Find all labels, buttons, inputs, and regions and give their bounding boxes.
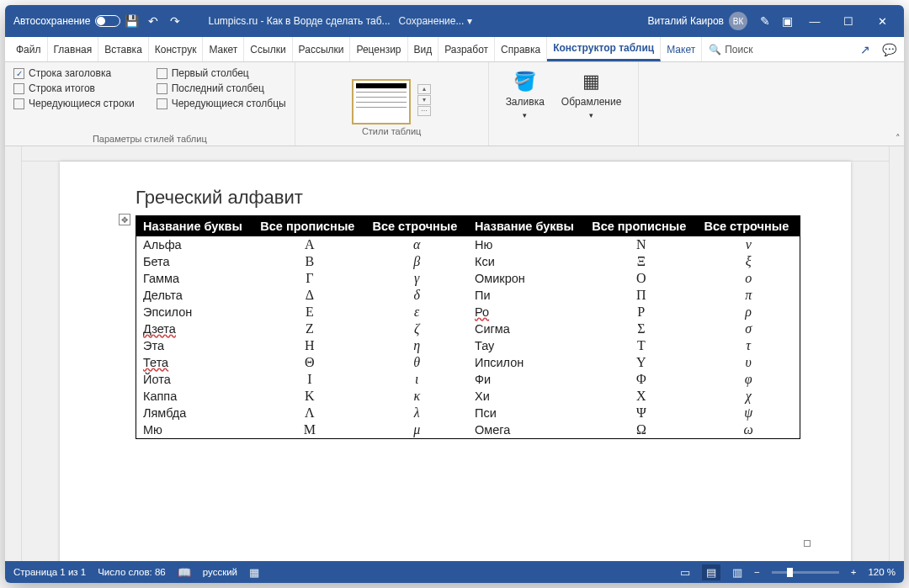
cell-upper[interactable]: Τ [585, 337, 697, 354]
undo-icon[interactable]: ↶ [145, 13, 162, 29]
tab-help[interactable]: Справка [495, 37, 547, 61]
page[interactable]: ✥ Греческий алфавит Название буквы Все п… [60, 162, 851, 561]
cell-name[interactable]: Дельта [136, 287, 254, 304]
check-banded-cols[interactable]: Чередующиеся столбцы [157, 98, 286, 109]
cell-upper[interactable]: Μ [253, 421, 365, 439]
cell-lower[interactable]: ρ [697, 304, 800, 320]
cell-lower[interactable]: ξ [697, 253, 800, 270]
cell-lower[interactable]: σ [697, 320, 800, 337]
cell-lower[interactable]: ω [697, 421, 800, 439]
cell-upper[interactable]: Ο [585, 270, 697, 287]
tab-mailings[interactable]: Рассылки [293, 37, 351, 61]
table-row[interactable]: ДельтаΔδПиΠπ [136, 287, 800, 304]
table-row[interactable]: ЙотаΙιФиΦφ [136, 371, 800, 388]
table-row[interactable]: ЭпсилонΕεРоΡρ [136, 304, 800, 320]
table-row[interactable]: АльфаΑαНюΝν [136, 236, 800, 253]
cell-lower[interactable]: τ [697, 337, 800, 354]
share-button[interactable]: ↗ [853, 37, 877, 61]
ribbon-mode-icon[interactable]: ▣ [779, 13, 795, 29]
cell-upper[interactable]: Ι [253, 371, 365, 388]
table-row[interactable]: БетаΒβКсиΞξ [136, 253, 800, 270]
cell-name[interactable]: Кси [468, 253, 585, 270]
zoom-in-button[interactable]: + [851, 567, 857, 577]
cell-lower[interactable]: η [365, 337, 467, 354]
tab-home[interactable]: Главная [48, 37, 99, 61]
focus-view-icon[interactable]: ▭ [680, 566, 690, 579]
cell-upper[interactable]: Π [585, 287, 697, 304]
tab-design[interactable]: Конструк [149, 37, 204, 61]
cell-upper[interactable]: Σ [585, 320, 697, 337]
save-icon[interactable]: 💾 [123, 13, 140, 29]
cell-name[interactable]: Гамма [136, 270, 254, 287]
cell-lower[interactable]: ψ [697, 405, 800, 421]
cell-lower[interactable]: φ [697, 371, 800, 388]
cell-upper[interactable]: Ρ [585, 304, 697, 320]
ruler-vertical[interactable] [5, 146, 22, 561]
cell-upper[interactable]: Ζ [253, 320, 365, 337]
tab-view[interactable]: Вид [408, 37, 439, 61]
tab-table-design[interactable]: Конструктор таблиц [547, 37, 661, 61]
cell-lower[interactable]: δ [365, 287, 467, 304]
cell-upper[interactable]: Δ [253, 287, 365, 304]
shading-button[interactable]: 🪣 Заливка▾ [497, 67, 553, 123]
minimize-button[interactable]: — [798, 5, 832, 37]
cell-upper[interactable]: Ε [253, 304, 365, 320]
ruler-horizontal[interactable] [22, 146, 889, 162]
th-name-2[interactable]: Название буквы [468, 216, 585, 237]
th-lower-1[interactable]: Все строчные [365, 216, 467, 237]
cell-upper[interactable]: Β [253, 253, 365, 270]
cell-upper[interactable]: Φ [585, 371, 697, 388]
web-layout-icon[interactable]: ▥ [732, 566, 742, 579]
tab-file[interactable]: Файл [10, 37, 48, 61]
check-last-col[interactable]: Последний столбец [157, 82, 286, 94]
maximize-button[interactable]: ☐ [832, 5, 865, 37]
cell-lower[interactable]: υ [697, 354, 800, 371]
close-button[interactable]: ✕ [865, 5, 899, 37]
cell-lower[interactable]: λ [365, 405, 467, 421]
cell-name[interactable]: Йота [136, 371, 254, 388]
cell-lower[interactable]: μ [365, 421, 467, 439]
search-box[interactable]: 🔍Поиск [702, 37, 759, 61]
cell-upper[interactable]: Ν [585, 236, 697, 253]
zoom-slider[interactable] [772, 571, 839, 574]
tab-layout[interactable]: Макет [203, 37, 244, 61]
cell-lower[interactable]: ο [697, 270, 800, 287]
table-row[interactable]: ТетаΘθИпсилонΥυ [136, 354, 800, 371]
cell-upper[interactable]: Θ [253, 354, 365, 371]
cell-upper[interactable]: Ω [585, 421, 697, 439]
th-upper-1[interactable]: Все прописные [253, 216, 365, 237]
cell-upper[interactable]: Ξ [585, 253, 697, 270]
cell-upper[interactable]: Α [253, 236, 365, 253]
table-style-preview[interactable] [352, 79, 411, 124]
cell-name[interactable]: Эта [136, 337, 254, 354]
cell-name[interactable]: Хи [468, 388, 585, 405]
table-resize-handle[interactable] [804, 540, 811, 547]
borders-button[interactable]: ▦ Обрамление▾ [553, 67, 630, 123]
tab-insert[interactable]: Вставка [98, 37, 149, 61]
check-total-row[interactable]: Строка итогов [13, 82, 135, 94]
comments-button[interactable]: 💬 [877, 37, 901, 61]
check-first-col[interactable]: Первый столбец [157, 67, 286, 79]
cell-name[interactable]: Омикрон [468, 270, 585, 287]
proofing-icon[interactable]: 📖 [178, 566, 191, 579]
cell-upper[interactable]: Ψ [585, 405, 697, 421]
user-account[interactable]: Виталий Каиров ВК [647, 12, 747, 30]
cell-lower[interactable]: ε [365, 304, 467, 320]
macro-icon[interactable]: ▦ [249, 566, 259, 579]
status-words[interactable]: Число слов: 86 [98, 567, 166, 577]
cell-name[interactable]: Ро [468, 304, 585, 320]
cell-name[interactable]: Бета [136, 253, 254, 270]
check-header-row[interactable]: ✓Строка заголовка [13, 67, 135, 79]
status-page[interactable]: Страница 1 из 1 [13, 567, 86, 577]
cell-lower[interactable]: ν [697, 236, 800, 253]
cell-name[interactable]: Омега [468, 421, 585, 439]
cell-lower[interactable]: β [365, 253, 467, 270]
th-upper-2[interactable]: Все прописные [585, 216, 697, 237]
cell-lower[interactable]: α [365, 236, 467, 253]
collapse-ribbon-icon[interactable]: ˄ [896, 133, 901, 144]
pen-icon[interactable]: ✎ [757, 13, 773, 29]
cell-lower[interactable]: γ [365, 270, 467, 287]
tab-review[interactable]: Рецензир [350, 37, 407, 61]
cell-name[interactable]: Эпсилон [136, 304, 254, 320]
table-row[interactable]: ЭтаΗηТауΤτ [136, 337, 800, 354]
